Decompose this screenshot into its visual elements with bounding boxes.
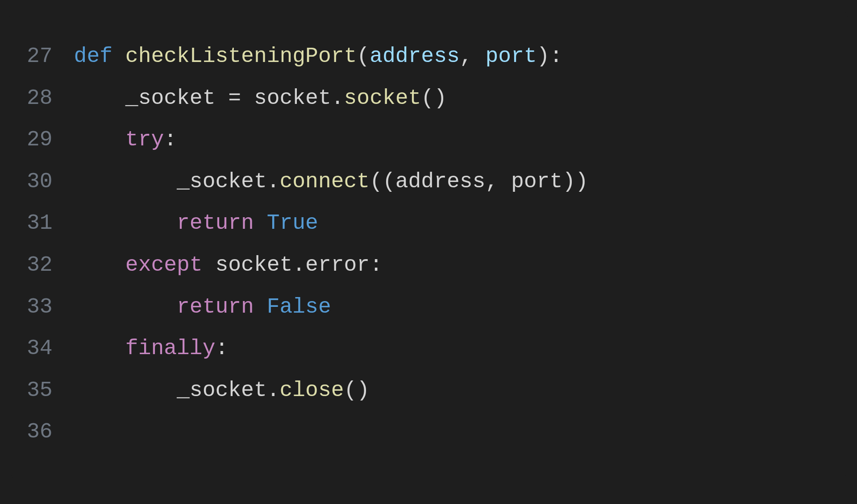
- indent: [74, 295, 177, 319]
- indent: [74, 253, 125, 277]
- line-number: 31: [27, 202, 53, 244]
- token: port: [511, 169, 562, 194]
- code-line[interactable]: finally:: [74, 328, 588, 370]
- token: :: [370, 253, 383, 277]
- token: connect: [280, 169, 370, 194]
- line-number: 27: [27, 36, 53, 78]
- token: ,: [460, 44, 486, 68]
- token: )): [562, 169, 588, 194]
- token: .: [267, 378, 280, 402]
- token: try: [125, 128, 164, 152]
- token: socket: [254, 86, 331, 110]
- indent: [74, 128, 125, 152]
- line-number: 33: [27, 286, 53, 328]
- token: ((: [370, 169, 395, 194]
- token: =: [228, 86, 254, 110]
- indent: [74, 336, 125, 360]
- code-line[interactable]: _socket = socket.socket(): [74, 78, 588, 120]
- token: except: [125, 253, 216, 277]
- token: socket: [344, 86, 421, 110]
- indent: [74, 86, 125, 110]
- line-number: 30: [27, 161, 53, 203]
- token: address: [395, 169, 486, 194]
- code-line[interactable]: except socket.error:: [74, 244, 588, 286]
- code-line[interactable]: return True: [74, 202, 588, 244]
- line-number: 34: [27, 328, 53, 370]
- token: address: [370, 44, 460, 68]
- code-line[interactable]: return False: [74, 286, 588, 328]
- token: _socket: [177, 378, 267, 402]
- token: ,: [485, 169, 511, 194]
- token: error: [305, 253, 370, 277]
- line-number: 35: [27, 370, 53, 412]
- code-area[interactable]: def checkListeningPort(address, port): _…: [74, 36, 588, 453]
- token: .: [267, 169, 280, 194]
- token: port: [485, 44, 537, 68]
- token: :: [164, 128, 177, 152]
- line-number: 32: [27, 244, 53, 286]
- token: False: [267, 295, 331, 319]
- code-editor[interactable]: 27282930313233343536 def checkListeningP…: [9, 9, 848, 480]
- token: .: [292, 253, 305, 277]
- token: (): [344, 378, 370, 402]
- code-line[interactable]: _socket.connect((address, port)): [74, 161, 588, 203]
- indent: [74, 378, 177, 402]
- token: checkListeningPort: [125, 44, 357, 68]
- token: _socket: [177, 169, 267, 194]
- code-line[interactable]: [74, 411, 588, 453]
- token: return: [177, 295, 267, 319]
- token: def: [74, 44, 125, 68]
- token: ):: [537, 44, 563, 68]
- code-line[interactable]: def checkListeningPort(address, port):: [74, 36, 588, 78]
- token: return: [177, 211, 267, 235]
- token: (: [357, 44, 370, 68]
- line-number: 36: [27, 411, 53, 453]
- token: _socket: [125, 86, 228, 110]
- token: (): [421, 86, 447, 110]
- line-number: 28: [27, 78, 53, 120]
- token: close: [280, 378, 344, 402]
- token: True: [267, 211, 318, 235]
- line-number: 29: [27, 119, 53, 161]
- code-line[interactable]: _socket.close(): [74, 370, 588, 412]
- code-line[interactable]: try:: [74, 119, 588, 161]
- indent: [74, 169, 177, 194]
- indent: [74, 211, 177, 235]
- token: finally: [125, 336, 216, 360]
- token: socket: [215, 253, 292, 277]
- token: .: [331, 86, 344, 110]
- line-number-gutter: 27282930313233343536: [27, 36, 74, 453]
- token: :: [215, 336, 228, 360]
